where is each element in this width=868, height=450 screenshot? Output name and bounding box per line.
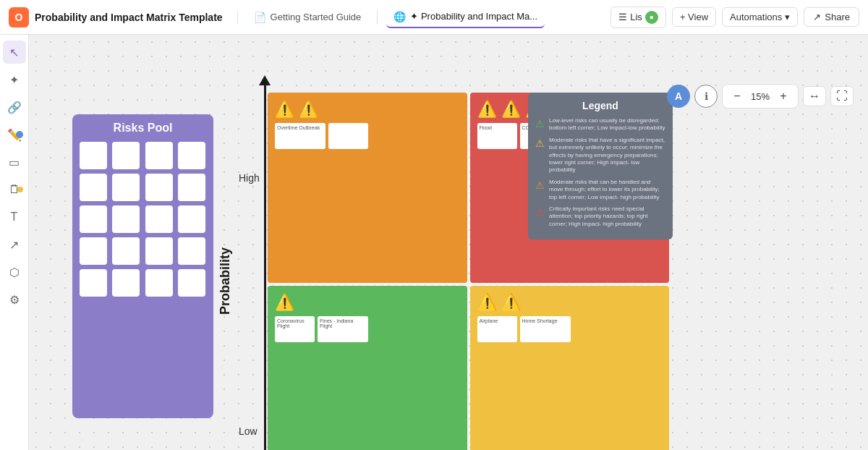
legend-text-3: Moderate risks that can be handled and m… bbox=[549, 179, 665, 201]
zoom-in-button[interactable]: + bbox=[775, 88, 792, 105]
quadrant-br-icons: ⚠️ ⚠️ bbox=[477, 293, 663, 312]
risk-card[interactable] bbox=[112, 205, 140, 233]
legend-item-4: ⚠ Critically important risks need specia… bbox=[535, 205, 665, 228]
legend-green-icon: ⚠ bbox=[535, 118, 545, 130]
user-avatar[interactable]: A bbox=[667, 85, 690, 108]
sidebar-cursor-tool[interactable]: ↖ bbox=[3, 41, 26, 64]
automations-label: Automations bbox=[730, 12, 782, 22]
getting-started-icon: 📄 bbox=[254, 12, 266, 23]
quadrant-bottom-right[interactable]: ⚠️ ⚠️ Airplane Home Shortage bbox=[470, 286, 670, 450]
top-bar: O Probability and Impact Matrix Template… bbox=[0, 0, 868, 35]
tl-card-2[interactable] bbox=[328, 123, 368, 149]
getting-started-label: Getting Started Guide bbox=[271, 12, 362, 22]
risk-card[interactable] bbox=[145, 237, 173, 265]
risks-pool: Risks Pool bbox=[72, 114, 213, 418]
quadrant-tl-icons: ⚠️ ⚠️ bbox=[275, 100, 460, 119]
y-axis-label: Probability bbox=[218, 247, 233, 315]
sidebar-settings-tool[interactable]: ⚙ bbox=[3, 288, 26, 311]
risk-card[interactable] bbox=[112, 142, 140, 169]
legend-text-4: Critically important risks need special … bbox=[549, 205, 665, 228]
list-status-dot: ● bbox=[645, 11, 658, 24]
legend-yellow-icon: ⚠ bbox=[535, 137, 545, 149]
left-sidebar: ↖ ✦ 🔗 ✏️ ▭ 🗒 T ↗ ⬡ ⚙ bbox=[0, 35, 29, 450]
sidebar-line-tool[interactable]: ↗ bbox=[3, 233, 26, 256]
risk-card[interactable] bbox=[80, 142, 107, 169]
risk-card[interactable] bbox=[178, 174, 205, 201]
legend-box: Legend ⚠ Low-level risks can usually be … bbox=[528, 93, 673, 239]
y-axis bbox=[264, 78, 266, 450]
matrix-tab-icon: 🌐 bbox=[393, 11, 406, 22]
legend-red-icon: ⚠ bbox=[535, 206, 545, 218]
matrix-area: High Low Low High Probability Impact ⚠️ … bbox=[224, 71, 673, 450]
list-icon: ☰ bbox=[618, 12, 627, 22]
sidebar-rect-tool[interactable]: ▭ bbox=[3, 150, 26, 174]
list-button[interactable]: ☰ Lis ● bbox=[610, 7, 666, 28]
risk-card[interactable] bbox=[112, 269, 140, 297]
tab-probability-matrix[interactable]: 🌐 ✦ Probability and Impact Ma... bbox=[386, 7, 545, 28]
legend-item-3: ⚠ Moderate risks that can be handled and… bbox=[535, 179, 665, 201]
legend-item-2: ⚠ Moderate risks that have a significant… bbox=[535, 137, 665, 174]
sidebar-text-tool[interactable]: T bbox=[3, 205, 26, 229]
toolbar-right: ☰ Lis ● + View Automations ▾ ↗ Share bbox=[610, 7, 859, 28]
pencil-indicator bbox=[16, 131, 23, 138]
risk-card[interactable] bbox=[80, 269, 107, 297]
quadrant-br-cards: Airplane Home Shortage bbox=[477, 316, 663, 342]
risks-grid bbox=[80, 142, 206, 297]
fit-button[interactable]: ↔ bbox=[803, 86, 826, 106]
risk-card[interactable] bbox=[178, 237, 205, 265]
zoom-controls: − 15% + bbox=[722, 84, 799, 109]
sidebar-note-tool[interactable]: 🗒 bbox=[3, 178, 26, 201]
legend-item-1: ⚠ Low-level risks can usually be disrega… bbox=[535, 117, 665, 132]
quadrant-top-left[interactable]: ⚠️ ⚠️ Overtime Outbreak bbox=[268, 93, 467, 283]
automations-button[interactable]: Automations ▾ bbox=[722, 7, 798, 27]
bl-card-2[interactable]: Fines - Indiana Flight bbox=[318, 316, 368, 342]
zoom-out-button[interactable]: − bbox=[728, 88, 746, 105]
tl-card-1[interactable]: Overtime Outbreak bbox=[275, 123, 326, 149]
zoom-level: 15% bbox=[749, 91, 772, 102]
sidebar-add-tool[interactable]: ✦ bbox=[3, 68, 26, 91]
br-card-1[interactable]: Airplane bbox=[477, 316, 517, 342]
note-indicator bbox=[17, 187, 23, 192]
tab-divider-2 bbox=[377, 10, 378, 25]
tab-divider bbox=[237, 10, 238, 25]
risk-card[interactable] bbox=[145, 205, 173, 233]
quadrant-bottom-left[interactable]: ⚠️ Coronavirus Flight Fines - Indiana Fl… bbox=[268, 286, 467, 450]
share-button[interactable]: ↗ Share bbox=[804, 7, 859, 27]
matrix-tab-label: ✦ Probability and Impact Ma... bbox=[410, 11, 537, 22]
project-title: Probability and Impact Matrix Template bbox=[35, 12, 223, 23]
bl-card-1[interactable]: Coronavirus Flight bbox=[275, 316, 315, 342]
share-label: Share bbox=[825, 12, 850, 22]
risk-card[interactable] bbox=[178, 269, 205, 297]
br-card-2[interactable]: Home Shortage bbox=[520, 316, 571, 342]
canvas-area[interactable]: A ℹ − 15% + ↔ ⛶ Risks Pool bbox=[29, 35, 868, 450]
tr-card-1[interactable]: Flood bbox=[477, 123, 517, 149]
risk-card[interactable] bbox=[80, 237, 107, 265]
zoom-toolbar: A ℹ − 15% + ↔ ⛶ bbox=[667, 84, 854, 109]
view-label: + View bbox=[680, 12, 708, 22]
list-label: Lis bbox=[630, 12, 642, 22]
view-button[interactable]: + View bbox=[672, 7, 716, 27]
risk-card[interactable] bbox=[145, 142, 173, 169]
y-axis-low-label: Low bbox=[239, 425, 258, 437]
risk-card[interactable] bbox=[80, 174, 107, 201]
risk-card[interactable] bbox=[178, 142, 205, 169]
tab-getting-started[interactable]: 📄 Getting Started Guide bbox=[247, 7, 369, 27]
legend-title: Legend bbox=[535, 100, 665, 111]
sidebar-network-tool[interactable]: ⬡ bbox=[3, 260, 26, 284]
risks-pool-title: Risks Pool bbox=[80, 122, 206, 135]
fullscreen-button[interactable]: ⛶ bbox=[830, 86, 854, 106]
risk-card[interactable] bbox=[145, 269, 173, 297]
risk-card[interactable] bbox=[112, 237, 140, 265]
sidebar-link-tool[interactable]: 🔗 bbox=[3, 95, 26, 119]
automations-chevron: ▾ bbox=[785, 12, 790, 22]
risk-card[interactable] bbox=[178, 205, 205, 233]
risk-card[interactable] bbox=[145, 174, 173, 201]
share-icon: ↗ bbox=[813, 12, 821, 22]
risk-card[interactable] bbox=[112, 174, 140, 201]
y-axis-high-label: High bbox=[239, 172, 260, 184]
info-button[interactable]: ℹ bbox=[694, 85, 718, 108]
quadrant-bl-cards: Coronavirus Flight Fines - Indiana Fligh… bbox=[275, 316, 460, 342]
risk-card[interactable] bbox=[80, 205, 107, 233]
sidebar-pencil-tool[interactable]: ✏️ bbox=[3, 123, 26, 146]
app-logo: O bbox=[9, 7, 29, 27]
